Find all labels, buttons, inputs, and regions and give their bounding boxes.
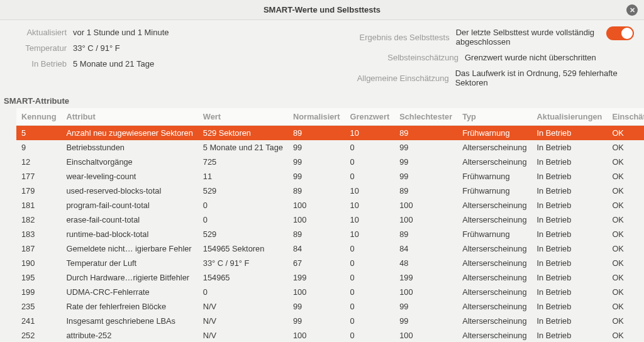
col-header[interactable]: Wert [198,108,288,126]
table-row[interactable]: 179used-reserved-blocks-total529891089Fr… [16,184,644,198]
table-cell: Alterserscheinung [457,299,531,314]
table-cell: 725 [198,155,288,169]
table-cell: 0 [345,285,395,299]
table-cell: 154965 Sektoren [198,241,288,256]
col-header[interactable]: Aktualisierungen [532,108,608,126]
smart-toggle[interactable] [606,26,634,40]
table-cell: 10 [345,198,395,212]
table-cell: In Betrieb [532,169,608,184]
table-cell: 241 [16,314,61,328]
table-cell: N/V [198,299,288,314]
col-header[interactable]: Grenzwert [345,108,395,126]
table-cell: Alterserscheinung [457,241,531,256]
table-cell: 0 [345,256,395,270]
attributes-table: KennungAttributWertNormalisiertGrenzwert… [0,108,644,342]
table-cell: OK [607,227,644,241]
value-updated: vor 1 Stunde und 1 Minute [73,28,169,37]
table-cell: In Betrieb [532,314,608,328]
table-row[interactable]: 12Einschaltvorgänge72599099Alterserschei… [16,155,644,169]
table-cell: 0 [198,285,288,299]
table-row[interactable]: 235Rate der fehlerfreien BlöckeN/V99099A… [16,299,644,314]
table-cell: 154965 [198,270,288,285]
table-row[interactable]: 190Temperatur der Luft33° C / 91° F67048… [16,256,644,270]
table-cell: 0 [345,140,395,155]
col-header[interactable]: Attribut [61,108,197,126]
table-row[interactable]: 187Gemeldete nicht… igierbare Fehler1549… [16,241,644,256]
table-row[interactable]: 182erase-fail-count-total010010100Alters… [16,212,644,227]
table-cell: 100 [288,212,345,227]
table-cell: Gemeldete nicht… igierbare Fehler [61,241,197,256]
table-row[interactable]: 177wear-leveling-count1199099Frühwarnung… [16,169,644,184]
table-cell: 10 [345,212,395,227]
table-cell: In Betrieb [532,285,608,299]
table-cell: 89 [288,227,345,241]
col-header[interactable]: Normalisiert [288,108,345,126]
table-row[interactable]: 195Durch Hardware…rigierte Bitfehler1549… [16,270,644,285]
table-cell: N/V [198,328,288,342]
table-cell: 190 [16,256,61,270]
table-cell: 11 [198,169,288,184]
table-cell: 33° C / 91° F [198,256,288,270]
table-cell: Durch Hardware…rigierte Bitfehler [61,270,197,285]
table-cell: 89 [394,184,457,198]
table-cell: 195 [16,270,61,285]
table-cell: In Betrieb [532,241,608,256]
table-cell: 252 [16,328,61,342]
table-cell: 235 [16,299,61,314]
table-cell: Alterserscheinung [457,155,531,169]
table-cell: 199 [288,270,345,285]
table-cell: 84 [288,241,345,256]
table-cell: 5 Monate und 21 Tage [198,140,288,155]
table-cell: 199 [394,270,457,285]
table-row[interactable]: 252attribute-252N/V1000100Alterserschein… [16,328,644,342]
label-temperature: Temperatur [4,43,67,53]
label-overall-assessment: Allgemeine Einschätzung [339,74,449,83]
col-header[interactable]: Kennung [16,108,61,126]
table-row[interactable]: 5Anzahl neu zugewiesener Sektoren529 Sek… [16,126,644,141]
table-cell: Insgesamt geschriebene LBAs [61,314,197,328]
table-cell: OK [607,285,644,299]
window-title: SMART-Werte und Selbsttests [264,5,380,14]
col-header[interactable]: Typ [457,108,531,126]
table-cell: 10 [345,227,395,241]
table-cell: 89 [394,227,457,241]
table-cell: 529 Sektoren [198,126,288,141]
table-cell: 12 [16,155,61,169]
table-row[interactable]: 181program-fail-count-total010010100Alte… [16,198,644,212]
table-cell: 100 [394,328,457,342]
table-cell: OK [607,140,644,155]
table-cell: 0 [345,314,395,328]
col-header[interactable]: Schlechtester [394,108,457,126]
table-cell: 84 [394,241,457,256]
table-cell: Einschaltvorgänge [61,155,197,169]
table-cell: runtime-bad-block-total [61,227,197,241]
table-row[interactable]: 199UDMA-CRC-Fehlerrate01000100Altersersc… [16,285,644,299]
table-row[interactable]: 183runtime-bad-block-total529891089Frühw… [16,227,644,241]
table-cell: In Betrieb [532,126,608,141]
table-cell: 0 [198,212,288,227]
table-cell: 0 [345,169,395,184]
table-cell: 99 [288,140,345,155]
table-cell: 187 [16,241,61,256]
table-cell: In Betrieb [532,212,608,227]
table-cell: OK [607,155,644,169]
value-overall-assessment: Das Laufwerk ist in Ordnung, 529 fehlerh… [455,69,636,87]
row-self-assessment: Selbsteinschätzung Grenzwert wurde nicht… [339,53,636,62]
close-icon[interactable]: ✕ [626,4,638,16]
table-cell: OK [607,241,644,256]
table-cell: 100 [394,285,457,299]
table-cell: In Betrieb [532,256,608,270]
table-cell: 0 [345,270,395,285]
table-cell: 100 [288,285,345,299]
table-cell: 100 [394,198,457,212]
table-cell: Frühwarnung [457,126,531,141]
table-cell: 89 [394,126,457,141]
table-cell: 199 [16,285,61,299]
table-cell: Alterserscheinung [457,212,531,227]
table-cell: 99 [394,140,457,155]
table-cell: 529 [198,184,288,198]
row-temperature: Temperatur 33° C / 91° F [4,43,301,53]
col-header[interactable]: Einschätzung [607,108,644,126]
table-row[interactable]: 9Betriebsstunden5 Monate und 21 Tage9909… [16,140,644,155]
table-row[interactable]: 241Insgesamt geschriebene LBAsN/V99099Al… [16,314,644,328]
